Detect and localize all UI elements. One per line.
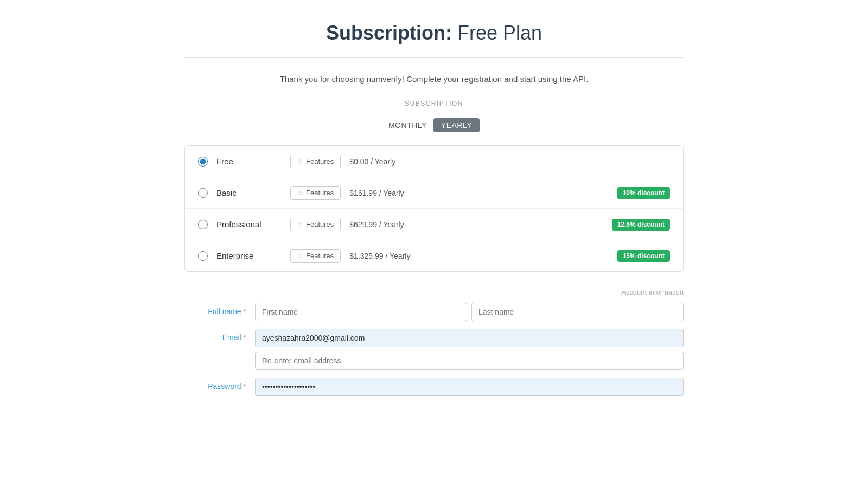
star-icon-enterprise: ☆	[297, 252, 303, 260]
account-info-label: Account information	[184, 288, 684, 296]
email-required: *	[244, 333, 246, 342]
first-name-input[interactable]	[255, 303, 467, 321]
password-input[interactable]	[255, 378, 684, 396]
email-row: Email *	[184, 329, 684, 370]
discount-badge-basic: 10% discount	[617, 187, 670, 199]
billing-toggle: MONTHLY YEARLY	[184, 118, 684, 132]
yearly-toggle[interactable]: YEARLY	[433, 118, 480, 132]
full-name-required: *	[244, 307, 246, 316]
plan-name-basic: Basic	[216, 188, 282, 197]
title-divider	[184, 57, 684, 58]
features-btn-enterprise[interactable]: ☆ Features	[290, 249, 341, 263]
plan-name-enterprise: Enterprise	[216, 251, 282, 260]
plans-container: Free ☆ Features $0.00 / Yearly Basic ☆ F…	[184, 145, 684, 272]
email-confirm-input[interactable]	[255, 352, 684, 370]
subscription-label: SUBSCRIPTION	[184, 100, 684, 107]
full-name-inputs	[255, 303, 684, 321]
plan-radio-professional[interactable]	[198, 220, 208, 229]
monthly-toggle[interactable]: MONTHLY	[388, 121, 427, 130]
plan-radio-enterprise[interactable]	[198, 251, 208, 261]
star-icon-professional: ☆	[297, 221, 303, 228]
plan-radio-free[interactable]	[198, 157, 208, 167]
star-icon-free: ☆	[297, 158, 303, 165]
page-title: Subscription: Free Plan	[184, 22, 684, 44]
plan-name-free: Free	[216, 157, 282, 166]
plan-radio-basic[interactable]	[198, 188, 208, 198]
password-label: Password *	[184, 378, 255, 391]
plan-price-professional: $629.99 / Yearly	[349, 220, 603, 229]
plan-name-professional: Professional	[216, 220, 282, 229]
features-btn-free[interactable]: ☆ Features	[290, 155, 341, 168]
page-subtitle: Thank you for choosing numverify! Comple…	[184, 74, 684, 84]
star-icon-basic: ☆	[297, 189, 303, 197]
features-btn-basic[interactable]: ☆ Features	[290, 186, 341, 200]
password-row: Password *	[184, 378, 684, 396]
last-name-input[interactable]	[471, 303, 684, 321]
plan-price-free: $0.00 / Yearly	[349, 157, 670, 166]
full-name-label: Full name *	[184, 303, 255, 316]
email-inputs	[255, 329, 684, 370]
password-required: *	[244, 382, 246, 391]
discount-badge-enterprise: 15% discount	[617, 250, 670, 262]
full-name-row: Full name *	[184, 303, 684, 321]
plan-row-basic[interactable]: Basic ☆ Features $161.99 / Yearly 10% di…	[185, 177, 683, 209]
features-btn-professional[interactable]: ☆ Features	[290, 218, 341, 231]
discount-badge-professional: 12.5% discount	[612, 219, 670, 231]
plan-price-basic: $161.99 / Yearly	[349, 189, 608, 197]
plan-row-enterprise[interactable]: Enterprise ☆ Features $1,325.99 / Yearly…	[185, 240, 683, 271]
password-inputs	[255, 378, 684, 396]
email-label: Email *	[184, 329, 255, 342]
plan-row-professional[interactable]: Professional ☆ Features $629.99 / Yearly…	[185, 209, 683, 240]
email-input[interactable]	[255, 329, 684, 347]
plan-row-free[interactable]: Free ☆ Features $0.00 / Yearly	[185, 146, 683, 177]
plan-price-enterprise: $1,325.99 / Yearly	[349, 252, 608, 260]
